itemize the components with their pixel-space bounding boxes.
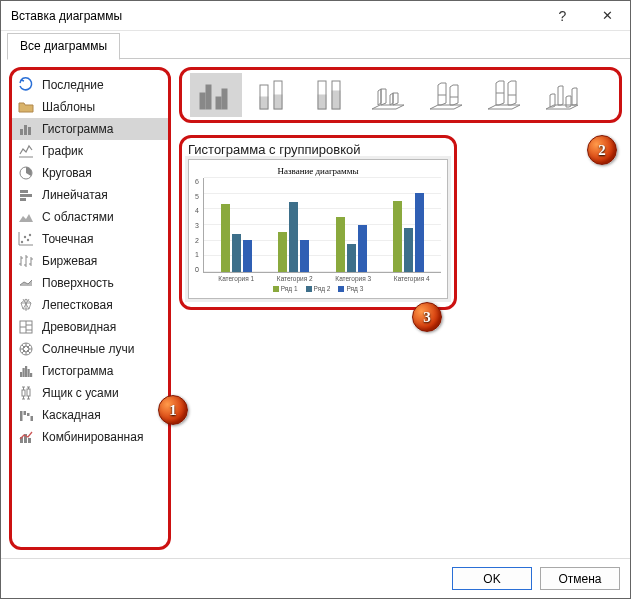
sidebar-item-histogram[interactable]: Гистограмма	[12, 360, 168, 382]
sidebar-item-bar[interactable]: Линейчатая	[12, 184, 168, 206]
svg-rect-2	[28, 127, 31, 135]
chart-title: Название диаграммы	[195, 166, 441, 176]
svg-rect-31	[222, 89, 227, 109]
sidebar-item-radar[interactable]: Лепестковая	[12, 294, 168, 316]
svg-rect-33	[260, 97, 268, 109]
svg-rect-16	[25, 366, 27, 377]
subtype-3d-column[interactable]	[538, 73, 590, 117]
histogram-icon	[18, 363, 34, 379]
svg-point-7	[21, 241, 23, 243]
sidebar-item-label: Гистограмма	[42, 122, 113, 136]
annotation-badge-1: 1	[158, 395, 188, 425]
recent-icon	[18, 77, 34, 93]
ok-button[interactable]: OK	[452, 567, 532, 590]
sidebar-item-boxwhisker[interactable]: Ящик с усами	[12, 382, 168, 404]
svg-point-9	[27, 239, 29, 241]
svg-rect-14	[20, 372, 22, 377]
subtype-clustered-column[interactable]	[190, 73, 242, 117]
help-button[interactable]: ?	[540, 1, 585, 30]
sidebar-item-area[interactable]: С областями	[12, 206, 168, 228]
sunburst-icon	[18, 341, 34, 357]
sidebar-item-label: График	[42, 144, 83, 158]
svg-rect-15	[23, 368, 25, 377]
preview-subtype-title: Гистограмма с группировкой	[188, 142, 448, 157]
sidebar-item-sunburst[interactable]: Солнечные лучи	[12, 338, 168, 360]
sidebar-item-label: Древовидная	[42, 320, 116, 334]
chart-preview[interactable]: Название диаграммы 0123456 Категория 1Ка…	[188, 159, 448, 299]
chart-subtype-strip	[179, 67, 622, 123]
radar-chart-icon	[18, 297, 34, 313]
sidebar-item-scatter[interactable]: Точечная	[12, 228, 168, 250]
svg-rect-19	[22, 390, 25, 396]
svg-rect-27	[28, 438, 31, 443]
sidebar-item-label: Шаблоны	[42, 100, 95, 114]
dialog-footer: OK Отмена	[1, 558, 630, 598]
subtype-stacked-column[interactable]	[248, 73, 300, 117]
sidebar-item-label: Линейчатая	[42, 188, 108, 202]
chart-plot	[203, 178, 441, 273]
chart-category-sidebar: Последние Шаблоны Гистограмма График Кру…	[9, 67, 171, 550]
svg-rect-28	[200, 93, 205, 109]
surface-chart-icon	[18, 275, 34, 291]
subtype-100stacked-column[interactable]	[306, 73, 358, 117]
sidebar-item-pie[interactable]: Круговая	[12, 162, 168, 184]
window-title: Вставка диаграммы	[11, 9, 122, 23]
sidebar-item-stock[interactable]: Биржевая	[12, 250, 168, 272]
sidebar-item-line[interactable]: График	[12, 140, 168, 162]
close-button[interactable]: ✕	[585, 1, 630, 30]
pie-chart-icon	[18, 165, 34, 181]
svg-rect-23	[27, 413, 30, 416]
sidebar-item-label: Поверхность	[42, 276, 114, 290]
scatter-chart-icon	[18, 231, 34, 247]
svg-rect-29	[206, 85, 211, 109]
sidebar-item-label: С областями	[42, 210, 114, 224]
sidebar-item-surface[interactable]: Поверхность	[12, 272, 168, 294]
subtype-3d-clustered-column[interactable]	[364, 73, 416, 117]
svg-rect-1	[24, 125, 27, 135]
svg-rect-18	[30, 373, 32, 377]
subtype-3d-100stacked-column[interactable]	[480, 73, 532, 117]
tab-all-charts[interactable]: Все диаграммы	[7, 33, 120, 60]
svg-rect-39	[332, 91, 340, 109]
sidebar-item-templates[interactable]: Шаблоны	[12, 96, 168, 118]
svg-point-10	[29, 234, 31, 236]
sidebar-item-label: Биржевая	[42, 254, 97, 268]
sidebar-item-label: Последние	[42, 78, 104, 92]
svg-rect-35	[274, 95, 282, 109]
sidebar-item-treemap[interactable]: Древовидная	[12, 316, 168, 338]
sidebar-item-combo[interactable]: Комбинированная	[12, 426, 168, 448]
combo-chart-icon	[18, 429, 34, 445]
sidebar-item-column[interactable]: Гистограмма	[12, 118, 168, 140]
chart-xaxis: Категория 1Категория 2Категория 3Категор…	[195, 275, 441, 282]
cancel-button[interactable]: Отмена	[540, 567, 620, 590]
waterfall-icon	[18, 407, 34, 423]
svg-rect-24	[31, 416, 34, 421]
insert-chart-dialog: Вставка диаграммы ? ✕ Все диаграммы Посл…	[0, 0, 631, 599]
main-pane: Гистограмма с группировкой Название диаг…	[179, 67, 622, 550]
svg-rect-37	[318, 95, 326, 109]
annotation-badge-3: 3	[412, 302, 442, 332]
sidebar-item-label: Ящик с усами	[42, 386, 119, 400]
svg-point-8	[24, 236, 26, 238]
svg-rect-22	[24, 411, 27, 415]
treemap-icon	[18, 319, 34, 335]
column-chart-icon	[18, 121, 34, 137]
svg-rect-4	[20, 190, 28, 193]
stock-chart-icon	[18, 253, 34, 269]
svg-rect-17	[28, 369, 30, 377]
folder-icon	[18, 99, 34, 115]
sidebar-item-label: Солнечные лучи	[42, 342, 134, 356]
sidebar-item-label: Каскадная	[42, 408, 101, 422]
sidebar-item-label: Комбинированная	[42, 430, 143, 444]
subtype-3d-stacked-column[interactable]	[422, 73, 474, 117]
svg-rect-5	[20, 194, 32, 197]
svg-rect-0	[20, 129, 23, 135]
svg-rect-6	[20, 198, 26, 201]
boxwhisker-icon	[18, 385, 34, 401]
svg-rect-30	[216, 97, 221, 109]
sidebar-item-label: Точечная	[42, 232, 93, 246]
sidebar-item-waterfall[interactable]: Каскадная	[12, 404, 168, 426]
sidebar-item-recent[interactable]: Последние	[12, 74, 168, 96]
bar-chart-icon	[18, 187, 34, 203]
sidebar-item-label: Лепестковая	[42, 298, 113, 312]
